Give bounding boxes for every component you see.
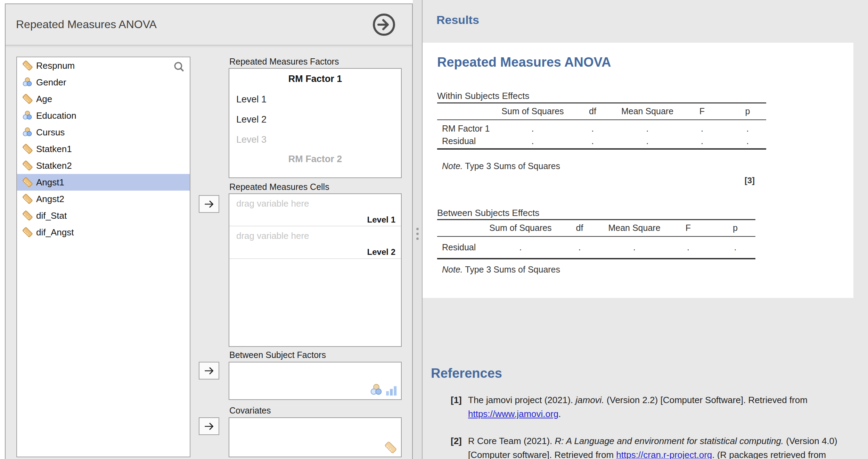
assign-to-covariates-button[interactable] xyxy=(199,417,219,435)
three-circles-icon xyxy=(369,383,384,397)
note-label: Note. xyxy=(442,265,463,274)
list-item[interactable]: Angst2 xyxy=(17,191,190,207)
between-effects-table: Sum of Squares df Mean Square F p Residu… xyxy=(437,219,755,259)
ruler-icon xyxy=(22,226,33,238)
arrow-in-circle-icon xyxy=(371,12,396,37)
list-item[interactable]: Education xyxy=(17,107,190,124)
reference-text: The jamovi project (2021). jamovi. (Vers… xyxy=(468,393,859,421)
drop-zone-hint[interactable]: drag variable here xyxy=(236,198,309,209)
references-title: References xyxy=(431,366,859,381)
variable-name: Education xyxy=(36,110,76,121)
cell-value: . xyxy=(620,120,675,134)
header-divider-shadow xyxy=(6,45,412,48)
three-circles-icon xyxy=(22,76,33,88)
rm-factor-name[interactable]: RM Factor 1 xyxy=(229,74,401,84)
cell-divider xyxy=(229,258,401,259)
column-header: Sum of Squares xyxy=(500,103,566,120)
ruler-icon xyxy=(384,441,398,454)
variable-name: Respnum xyxy=(36,60,75,71)
cell-value: . xyxy=(715,236,755,259)
variable-list[interactable]: Respnum Gender Age Education Cursus Stat… xyxy=(16,57,190,457)
cell-value: . xyxy=(675,134,729,149)
cell-value: . xyxy=(607,236,661,259)
assign-to-between-factors-button[interactable] xyxy=(199,362,219,379)
rm-factor-level[interactable]: Level 2 xyxy=(236,114,267,125)
results-title: Results xyxy=(436,13,479,27)
cell-value: . xyxy=(729,134,766,149)
ruler-icon xyxy=(22,160,33,172)
cell-value: . xyxy=(552,236,607,259)
splitter-handle-dot xyxy=(416,228,419,230)
variable-name: Age xyxy=(36,94,52,105)
between-factors-box[interactable] xyxy=(229,362,402,400)
splitter-handle-dot xyxy=(416,233,419,235)
reference-link[interactable]: https://www.jamovi.org xyxy=(468,409,558,419)
table-row: RM Factor 1 . . . . . xyxy=(437,120,766,134)
cell-value: . xyxy=(500,134,566,149)
list-item[interactable]: dif_Stat xyxy=(17,207,190,224)
list-item[interactable]: Statken1 xyxy=(17,141,190,157)
ruler-icon xyxy=(22,143,33,155)
column-header xyxy=(437,220,489,236)
rm-factors-box[interactable]: RM Factor 1 Level 1 Level 2 Level 3 RM F… xyxy=(229,68,402,178)
between-factors-label: Between Subject Factors xyxy=(229,350,326,360)
row-label: RM Factor 1 xyxy=(437,120,500,134)
column-header: F xyxy=(675,103,729,120)
cell-value: . xyxy=(661,236,715,259)
three-circles-icon xyxy=(22,126,33,138)
reference-link[interactable]: https://cran.r-project.org xyxy=(616,450,712,459)
covariates-box[interactable] xyxy=(229,417,402,457)
column-header: df xyxy=(566,103,620,120)
splitter-handle-dot xyxy=(416,237,419,240)
rm-cells-label: Repeated Measures Cells xyxy=(229,182,329,192)
rm-cells-box[interactable]: drag variable here Level 1 drag variable… xyxy=(229,193,402,347)
panel-splitter[interactable] xyxy=(413,0,423,459)
bar-chart-icon xyxy=(385,384,398,397)
rm-factor-placeholder[interactable]: RM Factor 2 xyxy=(229,154,401,164)
reference-item: [2] R Core Team (2021). R: A Language an… xyxy=(431,434,859,459)
cell-value: . xyxy=(566,134,620,149)
column-header xyxy=(437,103,500,120)
cell-value: . xyxy=(729,120,766,134)
list-item-selected[interactable]: Angst1 xyxy=(17,174,190,191)
column-header: p xyxy=(729,103,766,120)
list-item[interactable]: Gender xyxy=(17,74,190,91)
results-panel: Results Repeated Measures ANOVA Within S… xyxy=(423,0,868,459)
arrow-right-icon xyxy=(203,198,216,211)
variable-name: Angst1 xyxy=(36,177,64,188)
list-item[interactable]: Age xyxy=(17,91,190,107)
covariates-label: Covariates xyxy=(229,405,271,416)
analysis-title: Repeated Measures ANOVA xyxy=(16,17,157,31)
rm-factor-level[interactable]: Level 1 xyxy=(236,94,267,105)
column-header: F xyxy=(661,220,715,236)
arrow-right-icon xyxy=(203,420,216,433)
assign-to-cells-button[interactable] xyxy=(199,195,219,213)
run-analysis-button[interactable] xyxy=(371,12,396,37)
list-item[interactable]: Statken2 xyxy=(17,157,190,174)
table-note: Note. Type 3 Sums of Squares xyxy=(442,161,560,171)
note-text: Type 3 Sums of Squares xyxy=(463,161,560,171)
column-header: df xyxy=(552,220,607,236)
cell-value: . xyxy=(675,120,729,134)
jamovi-window: Repeated Measures ANOVA Respnum Gender A… xyxy=(0,0,868,459)
variable-name: Gender xyxy=(36,77,66,88)
list-item[interactable]: Respnum xyxy=(17,57,190,74)
column-header: Mean Square xyxy=(620,103,675,120)
variable-name: Statken1 xyxy=(36,144,72,155)
cell-level-tag: Level 1 xyxy=(367,215,395,225)
rm-factor-level-placeholder[interactable]: Level 3 xyxy=(236,134,267,145)
list-item[interactable]: dif_Angst xyxy=(17,224,190,241)
row-label: Residual xyxy=(437,236,489,259)
analysis-heading: Repeated Measures ANOVA xyxy=(437,54,611,70)
column-header: Sum of Squares xyxy=(489,220,552,236)
search-icon[interactable] xyxy=(173,61,185,73)
note-label: Note. xyxy=(442,161,463,171)
reference-number: [2] xyxy=(451,434,468,459)
drop-zone-hint[interactable]: drag variable here xyxy=(236,231,309,241)
three-circles-icon xyxy=(22,110,33,122)
references-section: References [1] The jamovi project (2021)… xyxy=(431,366,859,459)
variable-name: Angst2 xyxy=(36,194,64,205)
reference-number: [1] xyxy=(451,393,468,421)
list-item[interactable]: Cursus xyxy=(17,124,190,141)
row-label: Residual xyxy=(437,134,500,149)
